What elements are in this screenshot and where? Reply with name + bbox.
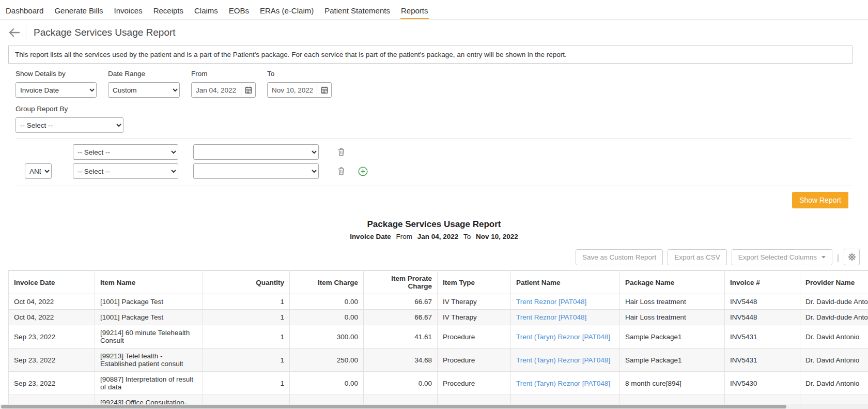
condition-logic-select[interactable]: AND xyxy=(25,163,52,179)
show-report-button[interactable]: Show Report xyxy=(792,192,848,208)
nav-invoices[interactable]: Invoices xyxy=(114,2,143,19)
cell-package-name: Hair Loss treatment xyxy=(620,310,725,325)
trash-icon xyxy=(338,148,345,156)
patient-link[interactable]: Trent Reznor [PAT048] xyxy=(516,298,586,306)
cell-package-name: Hair Loss treatment xyxy=(620,294,725,310)
cell-provider-name: Dr. David-dude Antonio xyxy=(800,294,868,310)
cell-item-charge: 250.00 xyxy=(290,349,364,372)
to-calendar-button[interactable] xyxy=(317,83,331,97)
cell-patient-name: Trent (Taryn) Reznor [PAT048] xyxy=(511,325,620,349)
delete-condition-button[interactable] xyxy=(337,166,346,176)
nav-generate-bills[interactable]: Generate Bills xyxy=(54,2,103,19)
subtitle-field: Invoice Date xyxy=(350,233,391,240)
to-date-input[interactable] xyxy=(268,83,317,97)
back-button[interactable] xyxy=(7,26,22,39)
nav-claims[interactable]: Claims xyxy=(194,2,219,19)
condition-field-select[interactable]: -- Select -- xyxy=(73,144,178,160)
cell-item-type: Procedure xyxy=(438,325,511,349)
report-head: Package Services Usage Report Invoice Da… xyxy=(0,219,868,240)
cell-item-prorate-charge: 34.68 xyxy=(364,349,438,372)
date-range-group: Date Range Custom xyxy=(108,70,180,98)
cell-invoice-date: Sep 23, 2022 xyxy=(9,372,95,395)
patient-link[interactable]: Trent (Taryn) Reznor [PAT048] xyxy=(516,380,610,387)
cell-provider-name: Dr. David Antonio xyxy=(800,325,868,349)
cell-patient-name: Trent Reznor [PAT048] xyxy=(511,310,620,325)
cell-invoice-number: INV5431 xyxy=(725,349,800,372)
nav-eobs[interactable]: EOBs xyxy=(228,2,250,19)
filter-conditions: -- Select -- AND -- Select -- xyxy=(16,138,853,186)
actions-separator: | xyxy=(837,253,839,262)
column-settings-button[interactable] xyxy=(844,249,860,265)
condition-field-select[interactable]: -- Select -- xyxy=(73,163,178,179)
col-item-charge: Item Charge xyxy=(290,271,364,294)
show-details-by-select[interactable]: Invoice Date xyxy=(16,82,97,98)
table-row: Sep 23, 2022 [99214] 60 minute Telehealt… xyxy=(9,325,868,349)
cell-item-charge: 300.00 xyxy=(290,325,364,349)
table-row: Sep 23, 2022 [99213] TeleHealth - Establ… xyxy=(9,349,868,372)
date-range-select[interactable]: Custom xyxy=(108,82,180,98)
add-circle-icon xyxy=(358,166,368,176)
col-item-type: Item Type xyxy=(438,271,511,294)
cell-item-name: [1001] Package Test xyxy=(95,310,203,325)
cell-item-name: [99214] 60 minute Telehealth Consult xyxy=(95,325,203,349)
cell-item-type: Procedure xyxy=(438,372,511,395)
date-range-label: Date Range xyxy=(108,70,180,78)
table-row: Oct 04, 2022 [1001] Package Test 1 0.00 … xyxy=(9,294,868,310)
cell-item-name: [99213] TeleHealth - Established patient… xyxy=(95,349,203,372)
nav-reports[interactable]: Reports xyxy=(400,2,429,19)
cell-item-charge: 0.00 xyxy=(290,372,364,395)
table-row: Oct 04, 2022 [1001] Package Test 1 0.00 … xyxy=(9,310,868,325)
subtitle-to-date: Nov 10, 2022 xyxy=(476,233,518,240)
trash-icon xyxy=(338,167,345,175)
horizontal-scrollbar-thumb[interactable] xyxy=(1,405,786,408)
subtitle-from-label: From xyxy=(396,233,412,240)
from-date-input[interactable] xyxy=(192,83,241,97)
cell-quantity: 1 xyxy=(203,372,290,395)
cell-invoice-date: Oct 04, 2022 xyxy=(9,294,95,310)
save-custom-report-button[interactable]: Save as Custom Report xyxy=(576,249,663,265)
subtitle-from-date: Jan 04, 2022 xyxy=(417,233,459,240)
cell-item-type: IV Therapy xyxy=(438,310,511,325)
cell-invoice-number: INV5448 xyxy=(725,294,800,310)
page-title: Package Services Usage Report xyxy=(34,27,176,38)
nav-eras-e-claim[interactable]: ERAs (e-Claim) xyxy=(259,2,314,19)
patient-link[interactable]: Trent Reznor [PAT048] xyxy=(516,313,586,321)
group-report-by-label: Group Report By xyxy=(16,105,868,113)
nav-patient-statements[interactable]: Patient Statements xyxy=(324,2,391,19)
cell-item-prorate-charge: 41.61 xyxy=(364,325,438,349)
cell-item-prorate-charge: 0.00 xyxy=(364,372,438,395)
table-header-row: Invoice Date Item Name Quantity Item Cha… xyxy=(9,271,868,294)
export-csv-button[interactable]: Export as CSV xyxy=(668,249,727,265)
group-report-by-select[interactable]: -- Select -- xyxy=(16,117,123,133)
condition-value-select[interactable] xyxy=(193,144,319,160)
show-report-row: Show Report xyxy=(16,186,853,215)
cell-provider-name: Dr. David Antonio xyxy=(800,372,868,395)
cell-invoice-date: Oct 04, 2022 xyxy=(9,310,95,325)
cell-patient-name: Trent (Taryn) Reznor [PAT048] xyxy=(511,372,620,395)
back-arrow-icon xyxy=(9,28,20,37)
horizontal-scrollbar[interactable] xyxy=(0,404,868,409)
col-provider-name: Provider Name xyxy=(800,271,868,294)
condition-value-select[interactable] xyxy=(193,163,319,179)
patient-link[interactable]: Trent (Taryn) Reznor [PAT048] xyxy=(516,333,610,341)
gear-icon xyxy=(848,253,856,261)
patient-link[interactable]: Trent (Taryn) Reznor [PAT048] xyxy=(516,356,610,364)
cell-item-prorate-charge: 66.67 xyxy=(364,294,438,310)
from-calendar-button[interactable] xyxy=(241,83,255,97)
nav-dashboard[interactable]: Dashboard xyxy=(5,2,44,19)
cell-invoice-number: INV5448 xyxy=(725,310,800,325)
show-details-by-group: Show Details by Invoice Date xyxy=(16,70,97,98)
cell-item-type: Procedure xyxy=(438,349,511,372)
col-item-prorate-charge: Item Prorate Charge xyxy=(364,271,438,294)
to-date-group: To xyxy=(267,70,332,98)
add-condition-button[interactable] xyxy=(357,165,369,177)
cell-quantity: 1 xyxy=(203,325,290,349)
export-selected-columns-button[interactable]: Export Selected Columns xyxy=(732,249,832,265)
subtitle-to-label: To xyxy=(463,233,471,240)
report-table-wrap: Invoice Date Item Name Quantity Item Cha… xyxy=(8,270,868,409)
cell-quantity: 1 xyxy=(203,349,290,372)
calendar-icon xyxy=(245,86,252,94)
delete-condition-button[interactable] xyxy=(337,147,346,157)
nav-receipts[interactable]: Receipts xyxy=(153,2,184,19)
show-details-by-label: Show Details by xyxy=(16,70,97,78)
